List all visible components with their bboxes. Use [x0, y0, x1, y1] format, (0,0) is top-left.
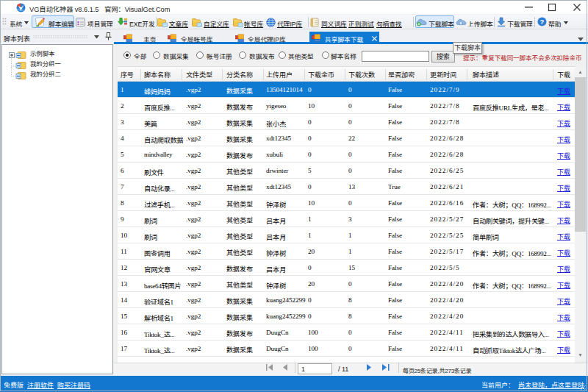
svg-text:?: ? [540, 18, 545, 26]
